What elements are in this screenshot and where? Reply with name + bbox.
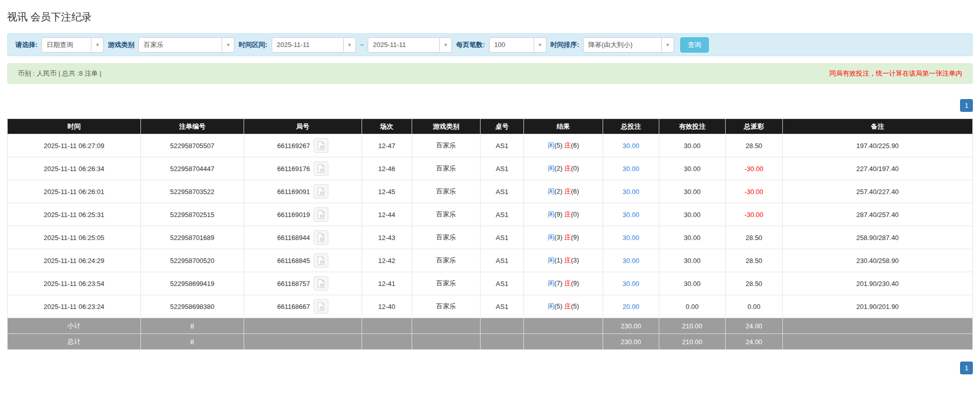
result-player-label: 闲 xyxy=(547,302,554,310)
total-bet-link[interactable]: 30.00 xyxy=(623,142,639,150)
video-replay-button[interactable] xyxy=(314,253,328,268)
cell-total-bet: 30.00 xyxy=(603,249,659,272)
subtotal-row: 小计8230.00210.0024.00 xyxy=(8,318,973,334)
result-player-score: (1) xyxy=(554,256,564,264)
sum-total-bet: 230.00 xyxy=(603,334,659,350)
result-player-label: 闲 xyxy=(547,279,554,287)
cell-remark: 258.90/287.40 xyxy=(782,226,972,249)
total-bet-link[interactable]: 30.00 xyxy=(623,211,639,219)
total-bet-link[interactable]: 30.00 xyxy=(623,165,639,173)
total-bet-link[interactable]: 30.00 xyxy=(623,234,639,242)
table-header-cell: 局号 xyxy=(244,119,362,134)
query-type-select[interactable]: 日期查询 ▼ xyxy=(41,37,104,53)
total-bet-link[interactable]: 30.00 xyxy=(623,257,639,265)
sum-label: 小计 xyxy=(8,318,141,334)
video-file-icon xyxy=(317,279,325,288)
cell-time: 2025-11-11 06:23:54 xyxy=(8,272,141,295)
video-replay-button[interactable] xyxy=(314,138,328,153)
cell-remark: 257.40/227.40 xyxy=(782,180,972,203)
game-type-label: 游戏类别 xyxy=(108,40,134,50)
page-size-value: 100 xyxy=(490,38,534,52)
cell-game-type: 百家乐 xyxy=(412,203,480,226)
cell-payout: -30.00 xyxy=(726,203,783,226)
round-number: 661168667 xyxy=(277,303,310,311)
video-file-icon xyxy=(317,141,325,150)
total-bet-link[interactable]: 20.00 xyxy=(623,303,639,311)
video-replay-button[interactable] xyxy=(314,230,328,245)
cell-valid-bet: 30.00 xyxy=(659,134,725,157)
video-replay-button[interactable] xyxy=(314,161,328,176)
table-header-cell: 场次 xyxy=(362,119,412,134)
cell-valid-bet: 30.00 xyxy=(659,249,725,272)
sum-valid-bet: 210.00 xyxy=(659,334,725,350)
game-type-select[interactable]: 百家乐 ▼ xyxy=(138,37,234,53)
sum-label: 总计 xyxy=(8,334,141,350)
sum-empty-cell xyxy=(362,318,412,334)
cell-session: 12-46 xyxy=(362,157,412,180)
total-bet-link[interactable]: 30.00 xyxy=(623,188,639,196)
round-number: 661169176 xyxy=(277,165,310,173)
video-replay-button[interactable] xyxy=(314,207,328,222)
cell-round: 661169091 xyxy=(244,180,362,203)
round-cell: 661168757 xyxy=(244,276,362,291)
date-from-select[interactable]: 2025-11-11 ▼ xyxy=(272,37,356,53)
cell-valid-bet: 30.00 xyxy=(659,180,725,203)
round-number: 661168845 xyxy=(277,257,310,265)
cell-result: 闲(5) 庄(5) xyxy=(524,295,603,318)
total-bet-link[interactable]: 30.00 xyxy=(623,280,639,288)
chevron-down-icon: ▼ xyxy=(222,38,234,52)
cell-payout: 28.50 xyxy=(726,134,783,157)
cell-game-type: 百家乐 xyxy=(412,180,480,203)
table-row: 2025-11-11 06:24:29522958700520661168845… xyxy=(8,249,973,272)
cell-bet-id: 522958703522 xyxy=(140,180,244,203)
result-banker-label: 庄 xyxy=(564,210,571,218)
sum-valid-bet: 210.00 xyxy=(659,318,725,334)
result-player-label: 闲 xyxy=(547,187,554,195)
cell-result: 闲(2) 庄(0) xyxy=(524,157,603,180)
round-cell: 661169176 xyxy=(244,161,362,176)
cell-valid-bet: 30.00 xyxy=(659,203,725,226)
round-number: 661169091 xyxy=(277,188,310,196)
cell-round: 661168667 xyxy=(244,295,362,318)
sum-empty-cell xyxy=(524,318,603,334)
date-to-select[interactable]: 2025-11-11 ▼ xyxy=(368,37,452,53)
valid-bet-note: 同局有效投注，统一计算在该局第一张注单内 xyxy=(829,69,962,78)
cell-payout: -30.00 xyxy=(726,180,783,203)
cell-remark: 197.40/225.90 xyxy=(782,134,972,157)
sort-select[interactable]: 降幂(由大到小) ▼ xyxy=(583,37,674,53)
cell-result: 闲(3) 庄(9) xyxy=(524,226,603,249)
sum-payout: 24.00 xyxy=(726,318,783,334)
cell-round: 661169267 xyxy=(244,134,362,157)
search-button[interactable]: 查询 xyxy=(680,37,709,53)
sum-total-bet: 230.00 xyxy=(603,318,659,334)
sum-empty-cell xyxy=(782,334,972,350)
cell-time: 2025-11-11 06:25:05 xyxy=(8,226,141,249)
cell-valid-bet: 30.00 xyxy=(659,272,725,295)
cell-session: 12-44 xyxy=(362,203,412,226)
page-button-1-bottom[interactable]: 1 xyxy=(960,362,973,374)
currency-count-text: 币别 : 人民币 | 总共 :8 注单 | xyxy=(18,69,102,78)
cell-table-no: AS1 xyxy=(481,249,524,272)
result-player-score: (5) xyxy=(554,141,564,149)
round-cell: 661168845 xyxy=(244,253,362,268)
video-replay-button[interactable] xyxy=(314,276,328,291)
table-row: 2025-11-11 06:25:05522958701689661168944… xyxy=(8,226,973,249)
table-header-row: 时间注单编号局号场次游戏类别桌号结果总投注有效投注总派彩备注 xyxy=(8,119,973,134)
table-row: 2025-11-11 06:26:34522958704447661169176… xyxy=(8,157,973,180)
table-header-cell: 游戏类别 xyxy=(412,119,480,134)
game-type-value: 百家乐 xyxy=(139,38,222,52)
video-file-icon xyxy=(317,164,325,173)
range-separator: ~ xyxy=(360,41,364,49)
cell-session: 12-45 xyxy=(362,180,412,203)
cell-remark: 201.90/230.40 xyxy=(782,272,972,295)
cell-game-type: 百家乐 xyxy=(412,249,480,272)
video-file-icon xyxy=(317,210,325,219)
page-button-1-top[interactable]: 1 xyxy=(960,99,973,112)
cell-bet-id: 522958705507 xyxy=(140,134,244,157)
video-replay-button[interactable] xyxy=(314,299,328,314)
video-replay-button[interactable] xyxy=(314,184,328,199)
page-size-select[interactable]: 100 ▼ xyxy=(489,37,546,53)
cell-session: 12-42 xyxy=(362,249,412,272)
round-cell: 661168944 xyxy=(244,230,362,245)
cell-game-type: 百家乐 xyxy=(412,134,480,157)
